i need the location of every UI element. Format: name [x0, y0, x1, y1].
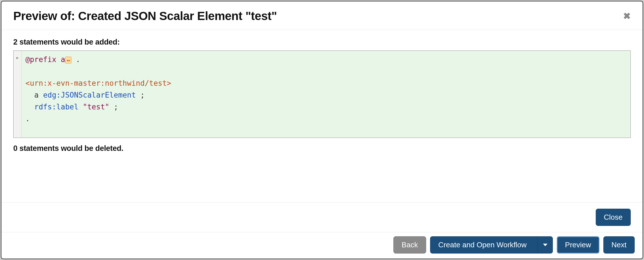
code-token-space [78, 103, 83, 111]
create-workflow-split-button[interactable]: Create and Open Workflow [430, 236, 553, 254]
chevron-down-icon [543, 244, 547, 246]
modal-body: 2 statements would be added: ▸ @prefix a… [1, 30, 643, 202]
added-statements-label: 2 statements would be added: [13, 38, 631, 47]
create-workflow-label[interactable]: Create and Open Workflow [430, 237, 535, 253]
code-token-punc: . [25, 114, 30, 123]
code-token-punc: . [71, 55, 80, 64]
back-button[interactable]: Back [393, 236, 426, 254]
code-gutter: ▸ [14, 51, 21, 138]
code-token-property: rdfs:label [34, 103, 78, 111]
code-block-added: ▸ @prefix a↔ . <urn:x-evn-master:northwi… [13, 50, 631, 138]
preview-modal: Preview of: Created JSON Scalar Element … [1, 1, 643, 259]
dropdown-toggle[interactable] [537, 237, 553, 253]
modal-footer: Back Create and Open Workflow Preview Ne… [1, 232, 643, 259]
close-icon[interactable]: ✖ [623, 12, 631, 21]
preview-button[interactable]: Preview [557, 236, 599, 254]
fold-marker-icon[interactable]: ↔ [65, 57, 71, 63]
code-token-keyword: @prefix [25, 55, 56, 64]
code-content[interactable]: @prefix a↔ . <urn:x-evn-master:northwind… [21, 51, 175, 138]
code-token-indent: a [25, 91, 43, 99]
code-token-name: a [56, 55, 65, 64]
code-token-string: "test" [83, 103, 109, 111]
code-token-punc: ; [109, 103, 118, 111]
code-token-uri: <urn:x-evn-master:northwind/test> [25, 79, 171, 87]
modal-header: Preview of: Created JSON Scalar Element … [1, 1, 643, 30]
code-token-punc: ; [136, 91, 144, 99]
fold-arrow-icon[interactable]: ▸ [14, 54, 21, 62]
modal-title: Preview of: Created JSON Scalar Element … [13, 9, 277, 23]
code-token-class: edg:JSONScalarElement [43, 91, 136, 99]
close-button[interactable]: Close [596, 209, 631, 226]
code-token-indent [25, 103, 34, 111]
deleted-statements-label: 0 statements would be deleted. [13, 144, 631, 153]
next-button[interactable]: Next [603, 236, 635, 254]
modal-subfooter: Close [1, 202, 643, 232]
